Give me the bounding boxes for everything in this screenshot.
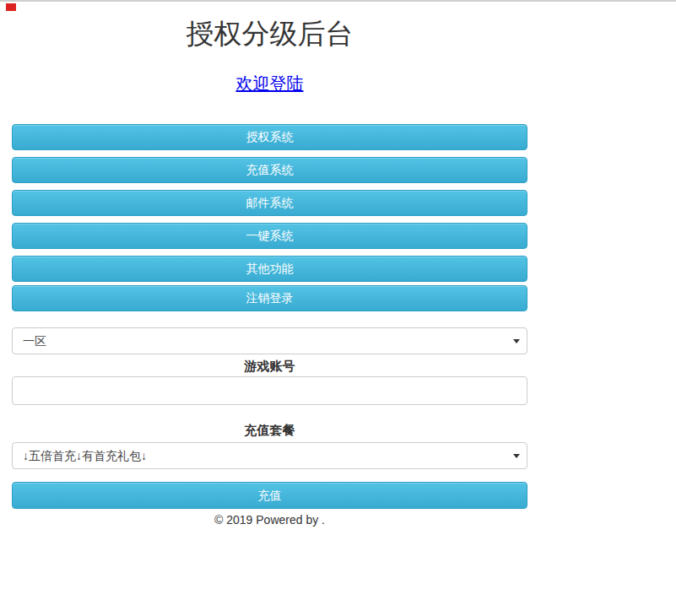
page-title: 授权分级后台 (12, 17, 527, 51)
recharge-package-label: 充值套餐 (12, 423, 527, 437)
game-account-input-wrapper (12, 376, 527, 405)
main-container: 授权分级后台 欢迎登陆 授权系统 充值系统 邮件系统 一键系统 其他功能 注销登… (12, 17, 527, 527)
package-select-wrapper: ↓五倍首充↓有首充礼包↓ (12, 442, 527, 469)
zone-select[interactable]: 一区 (12, 327, 527, 354)
nav-button-onekey-system[interactable]: 一键系统 (12, 223, 527, 249)
welcome-row: 欢迎登陆 (12, 73, 527, 95)
nav-button-logout[interactable]: 注销登录 (12, 285, 527, 311)
welcome-login-link[interactable]: 欢迎登陆 (236, 74, 304, 93)
top-border-line (0, 0, 676, 2)
nav-button-other-functions[interactable]: 其他功能 (12, 256, 527, 282)
game-account-label: 游戏账号 (12, 359, 527, 373)
nav-button-auth-system[interactable]: 授权系统 (12, 124, 527, 150)
game-account-input[interactable] (12, 376, 527, 405)
recharge-submit-button[interactable]: 充值 (12, 482, 527, 509)
copyright-text: © 2019 Powered by . (12, 513, 527, 527)
zone-select-wrapper: 一区 (12, 327, 527, 354)
nav-button-recharge-system[interactable]: 充值系统 (12, 157, 527, 183)
package-select[interactable]: ↓五倍首充↓有首充礼包↓ (12, 442, 527, 469)
red-marker-badge (6, 3, 16, 11)
nav-button-group: 授权系统 充值系统 邮件系统 一键系统 其他功能 注销登录 (12, 124, 527, 311)
nav-button-mail-system[interactable]: 邮件系统 (12, 190, 527, 216)
